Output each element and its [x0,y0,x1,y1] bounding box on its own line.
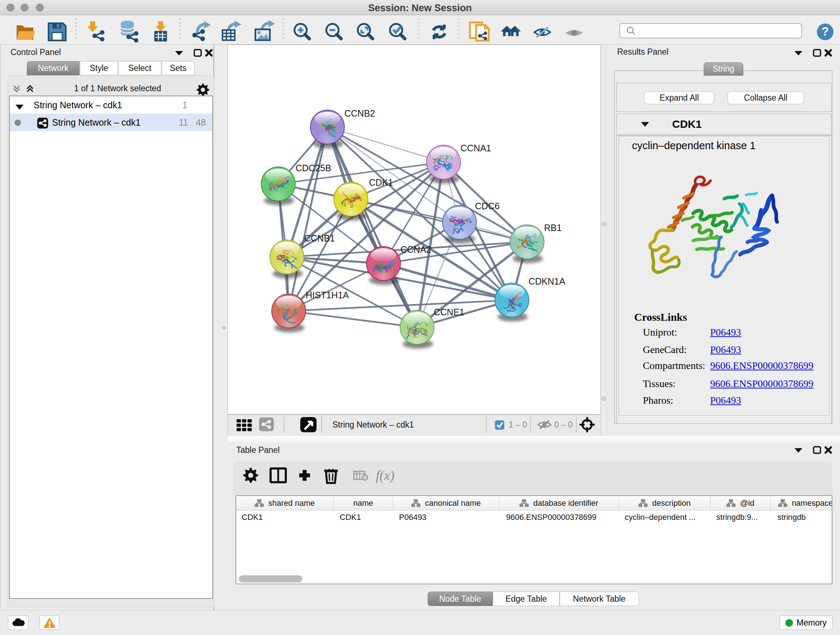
svg-text:CCNA1: CCNA1 [461,143,491,153]
svg-text:CDK1: CDK1 [369,177,393,187]
svg-text:CDKN1A: CDKN1A [529,276,565,287]
svg-text:CCNB2: CCNB2 [344,108,375,119]
svg-text:HIST1H1A: HIST1H1A [306,290,349,300]
svg-text:CCNE1: CCNE1 [434,307,464,317]
svg-text:CDC25B: CDC25B [295,163,332,173]
svg-text:CDC6: CDC6 [475,201,500,211]
svg-text:CCNA2: CCNA2 [401,244,431,255]
svg-text:f(x): f(x) [376,468,394,483]
svg-text:String Network – cdk1: String Network – cdk1 [332,420,414,429]
svg-text:CCNB1: CCNB1 [304,233,335,243]
svg-text:1 – 0: 1 – 0 [508,420,527,429]
svg-text:RB1: RB1 [544,223,562,233]
svg-text:0 – 0: 0 – 0 [554,420,573,429]
svg-text:?: ? [821,24,829,38]
